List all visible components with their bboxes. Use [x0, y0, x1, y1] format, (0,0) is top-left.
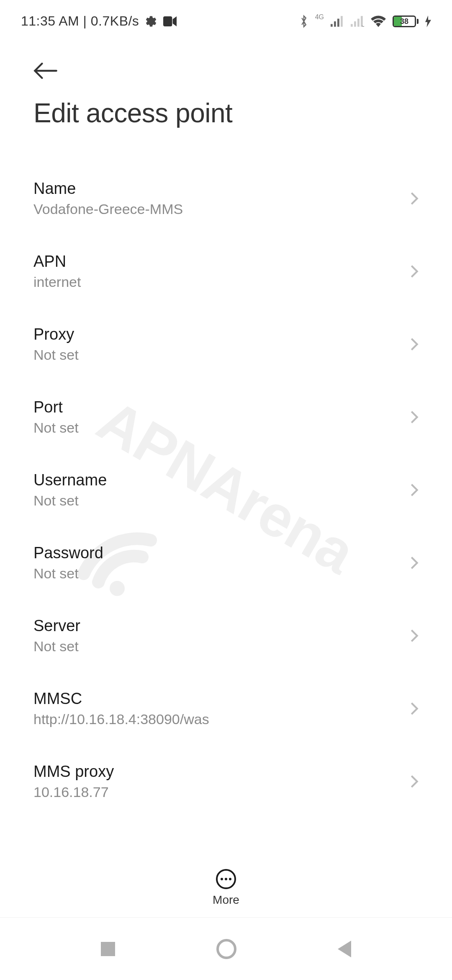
settings-label: MMSC [33, 690, 209, 708]
chevron-right-icon [410, 337, 419, 351]
svg-rect-7 [354, 21, 356, 27]
status-time: 11:35 AM | 0.7KB/s [21, 13, 139, 29]
settings-label: Password [33, 544, 103, 562]
settings-value: Not set [33, 347, 79, 363]
settings-value: Not set [33, 565, 103, 582]
network-type-label: 4G [315, 13, 324, 21]
chevron-right-icon [410, 264, 419, 279]
nav-recent-button[interactable] [101, 942, 115, 956]
settings-label: Name [33, 180, 183, 198]
settings-value: Vodafone-Greece-MMS [33, 201, 183, 217]
back-button[interactable] [33, 58, 419, 98]
settings-item-name[interactable]: Name Vodafone-Greece-MMS [33, 162, 419, 235]
nav-home-button[interactable] [216, 939, 236, 959]
svg-text:×: × [362, 23, 364, 27]
svg-rect-4 [337, 18, 339, 26]
settings-value: Not set [33, 420, 79, 436]
settings-item-mms-proxy[interactable]: MMS proxy 10.16.18.77 [33, 745, 419, 818]
nav-back-button[interactable] [338, 941, 351, 957]
more-dots-icon [221, 878, 223, 880]
gear-icon [145, 15, 157, 28]
chevron-right-icon [410, 701, 419, 716]
settings-value: Not set [33, 493, 107, 509]
battery-indicator: 38 [393, 15, 419, 27]
svg-rect-8 [357, 18, 360, 26]
status-left: 11:35 AM | 0.7KB/s [21, 13, 177, 29]
page-title: Edit access point [33, 98, 419, 129]
settings-list: Name Vodafone-Greece-MMS APN internet Pr… [0, 137, 452, 818]
charging-icon [425, 15, 431, 27]
settings-label: MMS proxy [33, 763, 114, 781]
settings-value: http://10.16.18.4:38090/was [33, 711, 209, 727]
bluetooth-icon [299, 15, 308, 28]
chevron-right-icon [410, 191, 419, 206]
settings-label: APN [33, 253, 81, 271]
wifi-icon [371, 15, 386, 27]
settings-item-password[interactable]: Password Not set [33, 526, 419, 599]
settings-value: internet [33, 274, 81, 290]
chevron-right-icon [410, 629, 419, 643]
svg-rect-3 [334, 21, 336, 27]
settings-label: Username [33, 471, 107, 489]
svg-rect-1 [163, 16, 172, 26]
settings-item-apn[interactable]: APN internet [33, 235, 419, 308]
svg-rect-2 [331, 24, 333, 26]
chevron-right-icon [410, 483, 419, 497]
chevron-right-icon [410, 556, 419, 570]
settings-item-mmsc[interactable]: MMSC http://10.16.18.4:38090/was [33, 672, 419, 745]
header: Edit access point [0, 37, 452, 137]
video-icon [163, 16, 177, 26]
settings-label: Port [33, 398, 79, 416]
svg-rect-5 [341, 16, 343, 27]
chevron-right-icon [410, 774, 419, 789]
settings-label: Proxy [33, 325, 79, 343]
status-bar: 11:35 AM | 0.7KB/s 4G × [0, 0, 452, 37]
chevron-right-icon [410, 410, 419, 424]
system-nav-bar [0, 917, 452, 980]
svg-rect-6 [351, 24, 353, 26]
settings-value: Not set [33, 638, 80, 655]
settings-label: Server [33, 617, 80, 635]
settings-item-proxy[interactable]: Proxy Not set [33, 308, 419, 381]
settings-item-server[interactable]: Server Not set [33, 599, 419, 672]
settings-item-username[interactable]: Username Not set [33, 454, 419, 526]
signal-icon-2: × [351, 16, 364, 27]
back-arrow-icon [33, 62, 58, 79]
signal-icon-1 [331, 16, 344, 27]
more-button[interactable] [216, 869, 236, 889]
bottom-action-bar: More [0, 852, 452, 907]
settings-value: 10.16.18.77 [33, 784, 114, 800]
settings-item-port[interactable]: Port Not set [33, 381, 419, 454]
status-right: 4G × 38 [299, 15, 431, 28]
more-label: More [213, 893, 239, 907]
